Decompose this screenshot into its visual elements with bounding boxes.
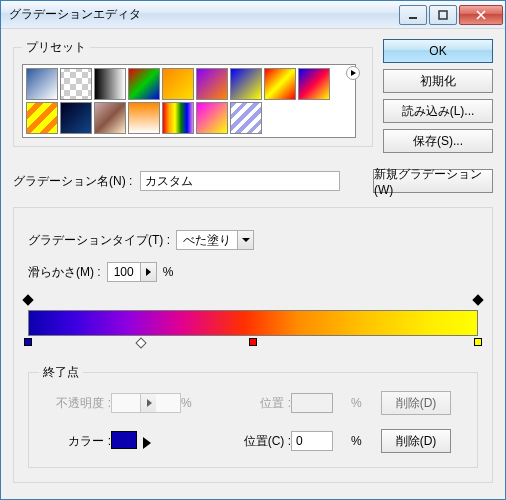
preset-swatch[interactable]: [162, 68, 194, 100]
gradient-type-value: べた塗り: [177, 232, 237, 249]
preset-swatch[interactable]: [60, 68, 92, 100]
preset-swatch[interactable]: [128, 68, 160, 100]
presets-legend: プリセット: [22, 39, 90, 56]
preset-swatch[interactable]: [298, 68, 330, 100]
window-buttons: [399, 5, 503, 25]
preset-swatch[interactable]: [94, 102, 126, 134]
preset-swatch[interactable]: [230, 102, 262, 134]
gradient-bar[interactable]: [28, 310, 478, 336]
percent-label: %: [351, 396, 371, 410]
opacity-stepper: [111, 393, 181, 413]
color-well[interactable]: [111, 431, 137, 449]
preset-swatch[interactable]: [128, 102, 160, 134]
sidebar: OK 初期化 読み込み(L)... 保存(S)...: [383, 39, 493, 153]
color-popup-arrow-icon[interactable]: [143, 437, 151, 449]
position2-input[interactable]: [291, 431, 333, 451]
preset-swatch[interactable]: [196, 102, 228, 134]
preset-swatch[interactable]: [26, 102, 58, 134]
preset-grid: [22, 64, 356, 138]
initialize-button[interactable]: 初期化: [383, 69, 493, 93]
gradient-editor-window: グラデーションエディタ プリセット: [0, 0, 506, 500]
svg-rect-1: [439, 11, 447, 19]
position1-label: 位置 :: [231, 395, 291, 412]
gradient-area: [28, 296, 478, 350]
preset-swatch[interactable]: [196, 68, 228, 100]
editor-fieldset: グラデーションタイプ(T) : べた塗り 滑らかさ(M) : 100 %: [13, 207, 493, 483]
smoothness-stepper[interactable]: 100: [107, 262, 157, 282]
opacity-stop[interactable]: [23, 296, 33, 308]
percent-label: %: [181, 396, 201, 410]
presets-menu-icon[interactable]: [346, 66, 360, 80]
save-button[interactable]: 保存(S)...: [383, 129, 493, 153]
presets-fieldset: プリセット: [13, 39, 373, 147]
opacity-label: 不透明度 :: [39, 395, 111, 412]
gradient-type-select[interactable]: べた塗り: [176, 230, 254, 250]
maximize-button[interactable]: [429, 5, 457, 25]
endpoint-fieldset: 終了点 不透明度 : % 位置 : % 削除(D) カラー :: [28, 364, 478, 468]
preset-swatch[interactable]: [60, 102, 92, 134]
gradient-name-input[interactable]: [140, 171, 340, 191]
titlebar: グラデーションエディタ: [1, 1, 505, 29]
delete-color-stop-button[interactable]: 削除(D): [381, 429, 451, 453]
load-button[interactable]: 読み込み(L)...: [383, 99, 493, 123]
preset-swatch[interactable]: [230, 68, 262, 100]
color-label: カラー :: [39, 433, 111, 450]
preset-swatch[interactable]: [162, 102, 194, 134]
preset-swatch[interactable]: [26, 68, 58, 100]
opacity-stop[interactable]: [473, 296, 483, 308]
endpoint-legend: 終了点: [39, 364, 83, 381]
midpoint-icon[interactable]: [135, 337, 146, 348]
color-stop[interactable]: [23, 338, 33, 350]
ok-button[interactable]: OK: [383, 39, 493, 63]
chevron-down-icon: [237, 231, 253, 249]
delete-opacity-stop-button: 削除(D): [381, 391, 451, 415]
gradient-type-label: グラデーションタイプ(T) :: [28, 232, 170, 249]
color-stops-track[interactable]: [28, 336, 478, 350]
smoothness-value: 100: [108, 265, 140, 279]
color-stop[interactable]: [473, 338, 483, 350]
stepper-arrow-icon: [140, 263, 156, 281]
position1-input: [291, 393, 333, 413]
gradient-name-label: グラデーション名(N) :: [13, 173, 132, 190]
percent-label: %: [163, 265, 174, 279]
close-button[interactable]: [459, 5, 503, 25]
window-title: グラデーションエディタ: [9, 6, 399, 23]
preset-swatch[interactable]: [264, 68, 296, 100]
smoothness-label: 滑らかさ(M) :: [28, 264, 101, 281]
minimize-button[interactable]: [399, 5, 427, 25]
color-stop[interactable]: [248, 338, 258, 350]
stepper-arrow-icon: [140, 394, 156, 412]
preset-swatch[interactable]: [94, 68, 126, 100]
opacity-stops-track[interactable]: [28, 296, 478, 310]
position2-label: 位置(C) :: [231, 433, 291, 450]
new-gradient-button[interactable]: 新規グラデーション(W): [373, 169, 493, 193]
percent-label: %: [351, 434, 371, 448]
